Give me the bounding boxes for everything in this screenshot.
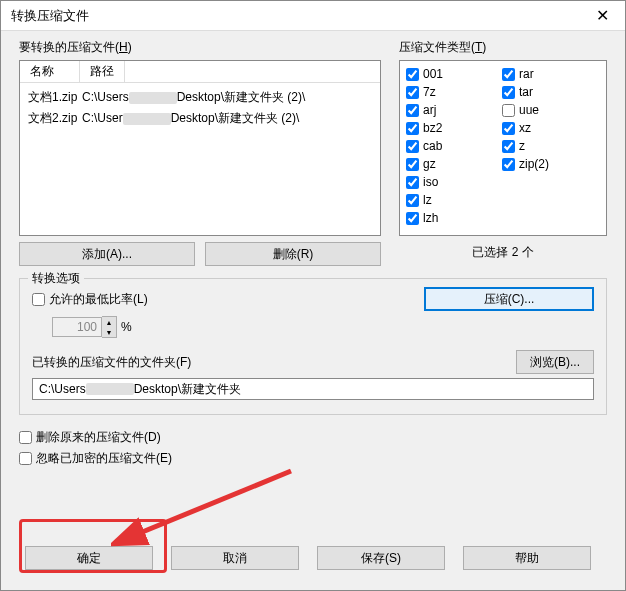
ratio-spinner[interactable]: ▲ ▼ % bbox=[52, 316, 132, 338]
type-checkbox[interactable] bbox=[502, 122, 515, 135]
type-label: 001 bbox=[423, 67, 443, 81]
type-item-gz[interactable]: gz bbox=[406, 155, 486, 173]
file-row[interactable]: 文档2.zipC:\UserDesktop\新建文件夹 (2)\ bbox=[20, 108, 380, 129]
window-title: 转换压缩文件 bbox=[1, 7, 580, 25]
files-label: 要转换的压缩文件(H) bbox=[19, 39, 381, 56]
type-label: uue bbox=[519, 103, 539, 117]
col-path[interactable]: 路径 bbox=[80, 61, 125, 82]
type-checkbox[interactable] bbox=[406, 140, 419, 153]
type-item-uue[interactable]: uue bbox=[502, 101, 582, 119]
cancel-button[interactable]: 取消 bbox=[171, 546, 299, 570]
close-icon[interactable]: ✕ bbox=[580, 1, 625, 31]
delete-button[interactable]: 删除(R) bbox=[205, 242, 381, 266]
add-button[interactable]: 添加(A)... bbox=[19, 242, 195, 266]
save-button[interactable]: 保存(S) bbox=[317, 546, 445, 570]
folder-label: 已转换的压缩文件的文件夹(F) bbox=[32, 354, 516, 371]
type-checkbox[interactable] bbox=[502, 140, 515, 153]
type-label: lzh bbox=[423, 211, 438, 225]
help-button[interactable]: 帮助 bbox=[463, 546, 591, 570]
folder-input[interactable]: C:\UsersDesktop\新建文件夹 bbox=[32, 378, 594, 400]
type-label: gz bbox=[423, 157, 436, 171]
file-list[interactable]: 名称 路径 文档1.zipC:\UsersDesktop\新建文件夹 (2)\文… bbox=[19, 60, 381, 236]
type-checkbox[interactable] bbox=[502, 68, 515, 81]
file-name: 文档2.zip bbox=[20, 110, 80, 127]
compress-button[interactable]: 压缩(C)... bbox=[424, 287, 594, 311]
redacted-icon bbox=[129, 92, 177, 104]
type-item-iso[interactable]: iso bbox=[406, 173, 486, 191]
type-item-bz2[interactable]: bz2 bbox=[406, 119, 486, 137]
type-item-tar[interactable]: tar bbox=[502, 83, 582, 101]
file-row[interactable]: 文档1.zipC:\UsersDesktop\新建文件夹 (2)\ bbox=[20, 87, 380, 108]
type-checkbox[interactable] bbox=[406, 176, 419, 189]
delete-original-checkbox[interactable] bbox=[19, 431, 32, 444]
type-label: arj bbox=[423, 103, 436, 117]
type-label: iso bbox=[423, 175, 438, 189]
type-label: lz bbox=[423, 193, 432, 207]
ratio-suffix: % bbox=[121, 320, 132, 334]
type-checkbox[interactable] bbox=[502, 104, 515, 117]
type-item-rar[interactable]: rar bbox=[502, 65, 582, 83]
type-item-z[interactable]: z bbox=[502, 137, 582, 155]
type-item-lz[interactable]: lz bbox=[406, 191, 486, 209]
types-label: 压缩文件类型(T) bbox=[399, 39, 607, 56]
type-label: xz bbox=[519, 121, 531, 135]
type-checkbox[interactable] bbox=[406, 158, 419, 171]
type-item-arj[interactable]: arj bbox=[406, 101, 486, 119]
col-name[interactable]: 名称 bbox=[20, 61, 80, 82]
spinner-down-icon[interactable]: ▼ bbox=[102, 327, 116, 337]
options-fieldset: 转换选项 允许的最低比率(L) ▲ ▼ % 压缩(C)... 已转换的压缩文件的… bbox=[19, 278, 607, 415]
type-checkbox[interactable] bbox=[502, 86, 515, 99]
file-path: C:\UsersDesktop\新建文件夹 (2)\ bbox=[80, 89, 380, 106]
type-item-cab[interactable]: cab bbox=[406, 137, 486, 155]
type-label: bz2 bbox=[423, 121, 442, 135]
ok-button[interactable]: 确定 bbox=[25, 546, 153, 570]
type-label: zip(2) bbox=[519, 157, 549, 171]
type-checkbox[interactable] bbox=[406, 104, 419, 117]
allow-low-ratio-checkbox[interactable] bbox=[32, 293, 45, 306]
svg-line-0 bbox=[135, 471, 291, 535]
file-list-header: 名称 路径 bbox=[20, 61, 380, 83]
options-legend: 转换选项 bbox=[28, 270, 84, 287]
type-checkbox[interactable] bbox=[406, 122, 419, 135]
type-item-7z[interactable]: 7z bbox=[406, 83, 486, 101]
browse-button[interactable]: 浏览(B)... bbox=[516, 350, 594, 374]
type-item-lzh[interactable]: lzh bbox=[406, 209, 486, 227]
type-checkbox[interactable] bbox=[406, 194, 419, 207]
type-label: 7z bbox=[423, 85, 436, 99]
ignore-encrypted-label: 忽略已加密的压缩文件(E) bbox=[36, 450, 172, 467]
type-item-001[interactable]: 001 bbox=[406, 65, 486, 83]
selected-count: 已选择 2 个 bbox=[399, 244, 607, 261]
type-label: tar bbox=[519, 85, 533, 99]
type-label: cab bbox=[423, 139, 442, 153]
redacted-icon bbox=[123, 113, 171, 125]
type-label: z bbox=[519, 139, 525, 153]
spinner-up-icon[interactable]: ▲ bbox=[102, 317, 116, 327]
type-label: rar bbox=[519, 67, 534, 81]
allow-low-ratio-label: 允许的最低比率(L) bbox=[49, 291, 148, 308]
type-checkbox[interactable] bbox=[406, 212, 419, 225]
redacted-icon bbox=[86, 383, 134, 395]
type-item-zip(2)[interactable]: zip(2) bbox=[502, 155, 582, 173]
delete-original-label: 删除原来的压缩文件(D) bbox=[36, 429, 161, 446]
type-list[interactable]: 0017zarjbz2cabgzisolzlzhrartaruuexzzzip(… bbox=[399, 60, 607, 236]
titlebar: 转换压缩文件 ✕ bbox=[1, 1, 625, 31]
type-item-xz[interactable]: xz bbox=[502, 119, 582, 137]
ignore-encrypted-checkbox[interactable] bbox=[19, 452, 32, 465]
type-checkbox[interactable] bbox=[406, 68, 419, 81]
type-checkbox[interactable] bbox=[502, 158, 515, 171]
ratio-value bbox=[52, 317, 102, 337]
file-path: C:\UserDesktop\新建文件夹 (2)\ bbox=[80, 110, 380, 127]
dialog-window: 转换压缩文件 ✕ 要转换的压缩文件(H) 名称 路径 文档1.zipC:\Use… bbox=[0, 0, 626, 591]
type-checkbox[interactable] bbox=[406, 86, 419, 99]
file-name: 文档1.zip bbox=[20, 89, 80, 106]
